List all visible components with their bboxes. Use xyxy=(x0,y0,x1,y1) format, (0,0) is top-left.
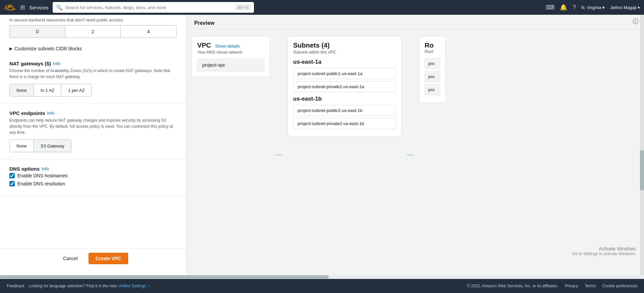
route-preview-box: Ro Rout pro pro pro xyxy=(419,36,446,103)
route-item-2: pro xyxy=(425,84,440,95)
external-link-icon: ↗ xyxy=(147,284,150,288)
bell-icon[interactable]: 🔔 xyxy=(560,4,567,11)
nav-right-icons: ⌨ 🔔 ? N. Virginia ▾ Jethro Magaji ▾ xyxy=(546,4,640,11)
dns-options-section: DNS options Info Enable DNS hostnames En… xyxy=(0,159,186,196)
route-item-1: pro xyxy=(425,71,440,82)
subnets-box-subtitle: Subnets within this VPC xyxy=(293,50,396,55)
search-bar[interactable]: 🔍 [Alt+S] xyxy=(53,2,254,13)
preview-diagram: VPC Show details Your AWS virtual networ… xyxy=(192,33,639,274)
main-area: to secure backend resources that don't n… xyxy=(0,15,644,275)
secure-backend-note: to secure backend resources that don't n… xyxy=(0,15,186,22)
dns-resolution-label[interactable]: Enable DNS resolution xyxy=(17,181,65,186)
dns-section-title: DNS options Info xyxy=(9,166,176,172)
nat-btn-per-az[interactable]: 1 per AZ xyxy=(61,84,91,96)
az1-group-title: us-east-1a xyxy=(293,59,396,65)
nat-gateways-section: NAT gateways ($) Info Choose the number … xyxy=(0,54,186,104)
grid-icon[interactable]: ⊞ xyxy=(20,4,25,11)
az-btn-4[interactable]: 4 xyxy=(121,25,176,38)
footer-privacy-link[interactable]: Privacy xyxy=(565,284,578,288)
help-icon[interactable]: ? xyxy=(573,4,576,11)
vpc-endpoints-info-link[interactable]: Info xyxy=(47,111,55,116)
vpc-endpoints-desc: Endpoints can help reduce NAT gateway ch… xyxy=(9,117,176,135)
az-btn-2[interactable]: 2 xyxy=(65,25,121,38)
bottom-scroll-thumb[interactable] xyxy=(0,275,329,279)
footer-copyright: © 2022, Amazon Web Services, Inc. or its… xyxy=(467,284,558,288)
search-input[interactable] xyxy=(65,5,233,10)
preview-divider xyxy=(192,29,639,29)
bottom-scrollbar[interactable] xyxy=(0,275,644,279)
vpc-box-subtitle: Your AWS virtual network xyxy=(197,50,264,55)
right-panel: Preview VPC Show details Your AWS virtua… xyxy=(186,15,644,275)
expand-arrow-icon: ▶ xyxy=(9,46,12,51)
endpoint-btn-none[interactable]: None xyxy=(10,140,34,152)
left-panel: to secure backend resources that don't n… xyxy=(0,15,186,275)
subnets-preview-box: Subnets (4) Subnets within this VPC us-e… xyxy=(287,36,401,137)
right-scrollbar-thumb[interactable] xyxy=(640,150,644,190)
feedback-link[interactable]: Feedback xyxy=(7,284,24,288)
dns-hostnames-checkbox[interactable] xyxy=(9,173,15,178)
region-selector[interactable]: N. Virginia ▾ xyxy=(581,5,605,10)
form-bottom-bar: Cancel Create VPC xyxy=(0,248,186,268)
dns-resolution-row: Enable DNS resolution xyxy=(9,181,176,186)
dns-hostnames-label[interactable]: Enable DNS hostnames xyxy=(17,173,67,178)
nat-btn-none[interactable]: None xyxy=(10,84,34,96)
route-item-0: pro xyxy=(425,58,440,69)
footer-terms-link[interactable]: Terms xyxy=(585,284,596,288)
customize-subnets-row[interactable]: ▶ Customize subnets CIDR blocks xyxy=(0,43,186,54)
connector-line-2 xyxy=(407,155,414,155)
aws-logo[interactable] xyxy=(4,1,16,13)
terminal-icon[interactable]: ⌨ xyxy=(546,4,554,11)
preview-header: Preview xyxy=(186,15,644,29)
customize-subnets-label: Customize subnets CIDR blocks xyxy=(14,46,82,51)
endpoint-toggle-group: None S3 Gateway xyxy=(9,139,71,152)
vpc-preview-box: VPC Show details Your AWS virtual networ… xyxy=(192,36,270,77)
az2-group-title: us-east-1b xyxy=(293,96,396,102)
route-box-subtitle: Rout xyxy=(425,49,440,54)
nat-info-link[interactable]: Info xyxy=(53,61,60,66)
nat-btn-1az[interactable]: In 1 AZ xyxy=(34,84,61,96)
az-count-selector: 0 2 4 xyxy=(9,25,176,38)
az-btn-0[interactable]: 0 xyxy=(10,25,65,38)
right-scrollbar[interactable] xyxy=(640,15,644,275)
create-vpc-button[interactable]: Create VPC xyxy=(89,253,128,264)
search-shortcut: [Alt+S] xyxy=(235,5,251,10)
show-details-link[interactable]: Show details xyxy=(215,44,240,49)
footer-cookie-link[interactable]: Cookie preferences xyxy=(602,284,637,288)
footer: Feedback Looking for language selection?… xyxy=(0,279,644,293)
subnet-item-0: project-subnet-public1-us-east-1a xyxy=(293,68,396,79)
footer-lang-message: Looking for language selection? Find it … xyxy=(29,284,463,288)
dns-resolution-checkbox[interactable] xyxy=(9,181,15,186)
route-box-title: Ro xyxy=(425,42,440,49)
subnet-item-2: project-subnet-public2-us-east-1b xyxy=(293,105,396,116)
subnet-item-1: project-subnet-private1-us-east-1a xyxy=(293,81,396,92)
user-menu[interactable]: Jethro Magaji ▾ xyxy=(610,5,640,10)
connector-line-1 xyxy=(275,155,282,155)
dns-hostnames-row: Enable DNS hostnames xyxy=(9,173,176,178)
unified-settings-link[interactable]: Unified Settings ↗ xyxy=(118,284,150,288)
footer-right: © 2022, Amazon Web Services, Inc. or its… xyxy=(467,284,637,288)
preview-content: VPC Show details Your AWS virtual networ… xyxy=(186,29,644,275)
vpc-box-title: VPC xyxy=(197,42,211,49)
search-icon: 🔍 xyxy=(56,4,63,11)
dns-info-link[interactable]: Info xyxy=(42,166,49,171)
vpc-name-box: project-vpc xyxy=(197,59,264,71)
subnets-box-title: Subnets (4) xyxy=(293,42,396,49)
top-navigation: ⊞ Services 🔍 [Alt+S] ⌨ 🔔 ? N. Virginia ▾… xyxy=(0,0,644,15)
nat-toggle-group: None In 1 AZ 1 per AZ xyxy=(9,84,92,97)
info-icon-corner[interactable]: ⓘ xyxy=(633,17,639,25)
cancel-button[interactable]: Cancel xyxy=(58,253,83,264)
nat-section-title: NAT gateways ($) Info xyxy=(9,61,176,66)
services-nav[interactable]: Services xyxy=(29,5,49,10)
vpc-endpoints-section: VPC endpoints Info Endpoints can help re… xyxy=(0,104,186,159)
endpoint-btn-s3[interactable]: S3 Gateway xyxy=(34,140,71,152)
subnet-item-3: project-subnet-private2-us-east-1b xyxy=(293,118,396,129)
vpc-endpoints-title: VPC endpoints Info xyxy=(9,110,176,116)
nat-section-desc: Choose the number of Availability Zones … xyxy=(9,68,176,80)
